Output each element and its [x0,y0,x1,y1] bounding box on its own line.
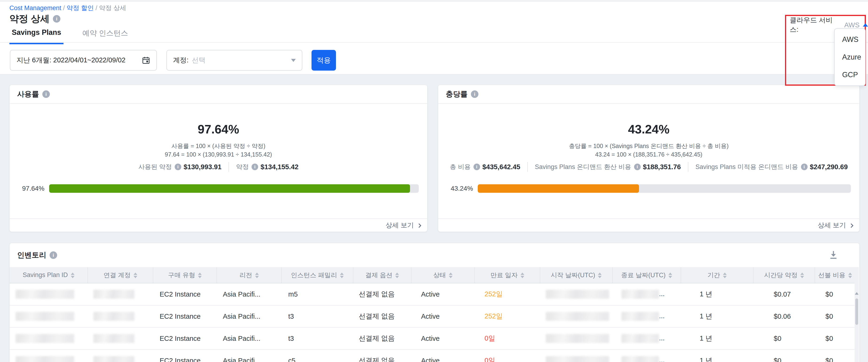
inventory-header-row: Savings Plan ID연결 계정구매 유형리전인스턴스 패밀리결제 옵션… [10,267,855,283]
column-header[interactable]: 종료 날짜(UTC) [613,267,681,283]
column-header[interactable]: 리전 [217,267,281,283]
column-header[interactable]: 상태 [411,267,475,283]
sort-icon[interactable] [395,273,399,278]
stat-label: 약정 [236,163,249,171]
table-row[interactable]: EC2 InstanceAsia Pacifi...t3선결제 없음Active… [10,327,855,350]
redacted-value [16,334,74,343]
info-icon[interactable]: i [252,164,258,170]
stat-divider [228,162,229,172]
cell-linked-account [88,283,153,305]
tab-savings-plans[interactable]: Savings Plans [9,26,63,44]
sort-icon[interactable] [669,273,672,278]
tab-예약-인스턴스[interactable]: 예약 인스턴스 [80,26,130,44]
coverage-bar-row: 43.24% [447,184,851,193]
vertical-scrollbar[interactable] [855,267,859,362]
cloud-service-option-azure[interactable]: Azure [835,48,865,66]
redacted-value [546,356,609,362]
redacted-value [546,312,609,321]
column-header[interactable]: 연결 계정 [88,267,153,283]
sort-icon[interactable] [255,273,259,278]
cell-instance-family: m5 [281,283,353,305]
info-icon[interactable]: i [634,164,641,170]
column-header[interactable]: Savings Plan ID [10,267,88,283]
cloud-service-menu: AWSAzureGCP [834,28,866,86]
cell-hourly-commitment: $0.07 [753,283,815,305]
cell-upfront-cost: $0 [815,305,855,327]
stat-divider [527,162,528,172]
page-title: 약정 상세 [9,12,50,25]
info-icon[interactable]: i [473,164,480,170]
sort-icon[interactable] [848,273,852,278]
inventory-header: 인벤토리 i [10,243,859,267]
column-header[interactable]: 선불 비용 [815,267,855,283]
cell-term: 1 년 [681,283,753,305]
column-header[interactable]: 결제 옵션 [353,267,411,283]
coverage-detail-link[interactable]: 상세 보기 [818,221,853,230]
info-icon[interactable]: i [53,15,60,23]
chevron-down-icon [291,59,296,62]
redacted-value [621,290,659,299]
scrollbar-up-arrow[interactable] [855,292,859,295]
usage-bar-fill [49,184,410,193]
sort-icon[interactable] [198,273,202,278]
cloud-service-option-gcp[interactable]: GCP [835,66,865,84]
cell-upfront-cost: $0 [815,350,855,362]
table-row[interactable]: EC2 InstanceAsia Pacifi...t3선결제 없음Active… [10,305,855,327]
cell-days-to-expiry: 0일 [475,350,540,362]
coverage-card-header: 충당률 i [438,85,859,104]
info-icon[interactable]: i [50,251,57,259]
info-icon[interactable]: i [801,164,808,170]
coverage-stats: 총 비용i$435,642.45Savings Plans 온디맨드 환산 비용… [438,160,859,174]
sort-icon[interactable] [133,273,137,278]
column-header[interactable]: 만료 일자 [475,267,540,283]
usage-card-footer: 상세 보기 [10,218,427,231]
info-icon[interactable]: i [175,164,181,170]
column-header[interactable]: 인스턴스 패밀리 [281,267,353,283]
coverage-value: 43.24% [438,122,859,136]
stat-label: Savings Plans 온디맨드 환산 비용 [535,163,631,171]
info-icon[interactable]: i [42,90,50,98]
cell-end-date: ... [613,327,681,350]
cell-days-to-expiry: 0일 [475,327,540,350]
breadcrumb-separator: / [94,4,99,11]
cell-status: Active [411,327,475,350]
download-icon[interactable] [828,250,839,260]
sort-icon[interactable] [340,273,344,278]
table-row[interactable]: EC2 InstanceAsia Pacifi...m5선결제 없음Active… [10,283,855,305]
cell-linked-account [88,350,153,362]
stat-value: $247,290.69 [810,163,848,171]
cell-purchase-type: EC2 Instance [153,305,217,327]
column-label: 리전 [240,272,252,279]
account-select[interactable]: 계정: 선택 [166,50,302,71]
apply-button[interactable]: 적용 [311,50,336,71]
usage-detail-link[interactable]: 상세 보기 [385,221,421,230]
sort-icon[interactable] [723,273,727,278]
column-header[interactable]: 구매 유형 [153,267,217,283]
sort-icon[interactable] [800,273,804,278]
breadcrumb-item[interactable]: Cost Management [9,4,61,11]
sort-icon[interactable] [71,273,74,278]
cloud-service-option-aws[interactable]: AWS [835,31,865,48]
sort-icon[interactable] [521,273,524,278]
redacted-value [93,334,134,343]
cell-region: Asia Pacifi... [217,283,281,305]
info-icon[interactable]: i [471,90,478,98]
date-range-input[interactable]: 지난 6개월: 2022/04/01~2022/09/02 [10,50,157,71]
sort-icon[interactable] [449,273,453,278]
coverage-calculation: 43.24 = 100 × (188,351.76 ÷ 435,642.45) [438,151,859,158]
table-row[interactable]: EC2 InstanceAsia Pacifi...c5선결제 없음Active… [10,350,855,362]
breadcrumb-item[interactable]: 약정 할인 [66,4,94,11]
cell-payment-option: 선결제 없음 [353,350,411,362]
column-header[interactable]: 시간당 약정 [753,267,815,283]
coverage-card-footer: 상세 보기 [438,218,859,231]
column-header[interactable]: 시작 날짜(UTC) [540,267,613,283]
inventory-table: Savings Plan ID연결 계정구매 유형리전인스턴스 패밀리결제 옵션… [10,267,855,362]
cell-hourly-commitment: $0 [753,350,815,362]
cell-region: Asia Pacifi... [217,350,281,362]
cell-start-date [540,350,613,362]
sort-icon[interactable] [598,273,601,278]
usage-bar-label: 97.64% [19,185,44,192]
scrollbar-thumb[interactable] [855,299,858,325]
cell-start-date [540,327,613,350]
column-header[interactable]: 기간 [681,267,753,283]
